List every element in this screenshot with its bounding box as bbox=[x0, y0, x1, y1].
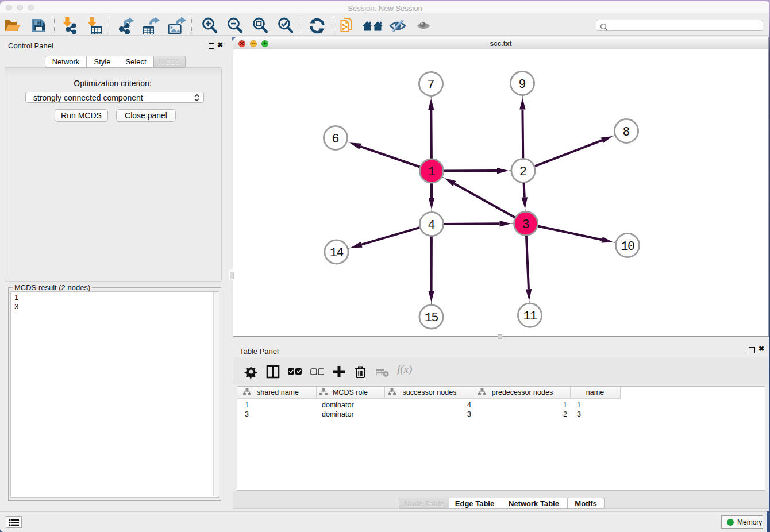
svg-text:2: 2 bbox=[519, 165, 527, 179]
svg-text:3: 3 bbox=[522, 218, 530, 232]
svg-text:8: 8 bbox=[623, 125, 630, 139]
svg-text:4: 4 bbox=[428, 218, 436, 232]
svg-text:15: 15 bbox=[425, 311, 438, 325]
svg-text:14: 14 bbox=[330, 246, 343, 260]
svg-text:7: 7 bbox=[428, 78, 435, 92]
svg-text:1: 1 bbox=[428, 165, 436, 179]
svg-text:10: 10 bbox=[621, 240, 634, 253]
svg-text:11: 11 bbox=[523, 309, 537, 323]
svg-text:9: 9 bbox=[519, 78, 526, 91]
svg-text:6: 6 bbox=[332, 132, 340, 146]
